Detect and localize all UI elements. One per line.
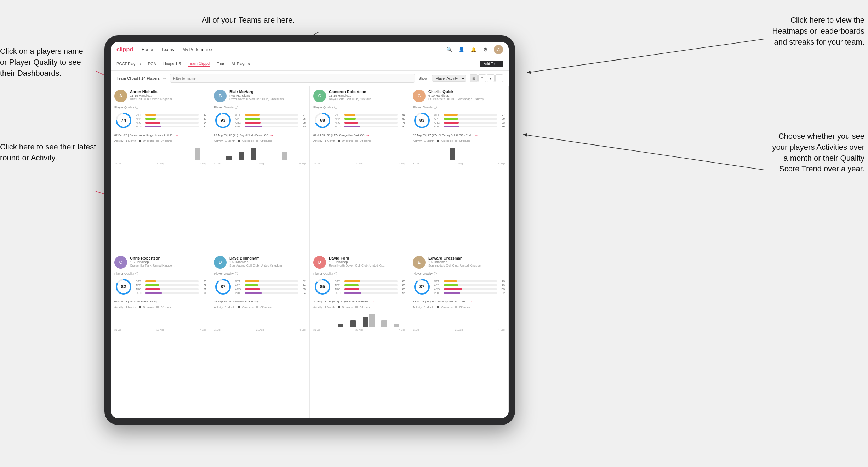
bar-segment	[369, 160, 374, 160]
last-round[interactable]: 02 Jul 23 | 59 (+17), Craigmillar Park G…	[313, 133, 405, 137]
bar-segment	[394, 160, 399, 160]
player-avatar: D	[214, 256, 227, 269]
last-round[interactable]: 18 Jul 23 | 74 (+4), Sunningdale GC - Ol…	[413, 300, 505, 303]
svg-text:68: 68	[320, 118, 325, 123]
app-bar-row: APP 63	[335, 117, 405, 120]
app-value: 80	[399, 284, 405, 287]
bar-segment	[413, 160, 418, 160]
add-team-button[interactable]: Add Team	[480, 61, 503, 67]
ott-track	[145, 114, 199, 116]
edit-icon[interactable]: ✏	[163, 76, 166, 81]
tab-hcaps[interactable]: Hcaps 1-5	[163, 62, 181, 67]
tab-tour[interactable]: Tour	[217, 62, 224, 67]
last-round[interactable]: 04 Sep 23 | Mobility with coach, Gym →	[214, 300, 306, 303]
nav-my-performance[interactable]: My Performance	[182, 47, 213, 52]
bar-segment	[450, 326, 455, 327]
putt-label: PUTT	[434, 291, 442, 295]
player-card[interactable]: C Chris Robertson 1-5 Handicap Craigmill…	[111, 252, 210, 419]
bell-icon[interactable]: 🔔	[470, 46, 477, 53]
filter-button[interactable]: ▼	[487, 74, 495, 82]
player-name[interactable]: Aaron Nicholls	[130, 90, 206, 94]
tab-pgat[interactable]: PGAT Players	[116, 62, 141, 67]
app-value: 85	[299, 117, 306, 120]
last-round[interactable]: 26 Aug 23 | 84 (+12), Royal North Devon …	[313, 300, 405, 303]
chart-date-end: 4 Sep	[498, 329, 505, 331]
quality-circle[interactable]: 83	[413, 111, 431, 131]
chart-date-start: 31 Jul	[214, 329, 221, 331]
putt-track	[145, 126, 199, 127]
quality-svg: 87	[214, 278, 232, 296]
player-card[interactable]: B Blair McHarg Plus Handicap Royal North…	[210, 86, 310, 252]
player-name[interactable]: David Ford	[329, 256, 405, 260]
last-round[interactable]: 26 Aug 23 | 73 (+1), Royal North Devon G…	[214, 133, 306, 137]
last-round[interactable]: 02 Sep 23 | Sunset round to get back int…	[114, 133, 206, 137]
activity-section: Activity · 1 Month On course Off course …	[114, 306, 206, 331]
bar-segment	[499, 326, 505, 327]
quality-circle[interactable]: 74	[114, 111, 133, 131]
bar-segment	[326, 326, 331, 327]
putt-track	[245, 126, 298, 127]
player-handicap: 11-15 Handicap	[130, 94, 206, 97]
grid-view-button[interactable]: ⊞	[470, 74, 478, 82]
activity-header: Activity · 1 Month On course Off course	[114, 139, 206, 142]
arg-fill	[245, 122, 261, 124]
player-name[interactable]: Chris Robertson	[130, 256, 206, 260]
app-bar-row: APP 85	[235, 117, 306, 120]
quality-circle[interactable]: 93	[214, 111, 232, 131]
player-card[interactable]: C Cameron Robertson 11-15 Handicap Royal…	[310, 86, 409, 252]
person-icon[interactable]: 👤	[458, 46, 465, 53]
bar-segment	[226, 156, 232, 160]
player-club: Royal Perth Golf Club, Australia	[329, 97, 405, 101]
putt-bar-row: PUTT 85	[335, 125, 405, 128]
tab-all-players[interactable]: All Players	[232, 62, 250, 67]
quality-circle[interactable]: 82	[114, 278, 133, 297]
chart-date-start: 31 Jul	[313, 329, 320, 331]
player-name[interactable]: Dave Billingham	[229, 256, 306, 260]
player-name[interactable]: Charlie Quick	[428, 90, 505, 94]
activity-title: Activity · 1 Month	[214, 139, 235, 142]
sort-button[interactable]: ↕	[495, 74, 503, 82]
chart-date-start: 31 Jul	[114, 329, 121, 331]
player-name[interactable]: Cameron Robertson	[329, 90, 405, 94]
ott-label: OTT	[434, 280, 442, 283]
player-avatar: B	[214, 90, 227, 102]
tab-pga[interactable]: PGA	[148, 62, 156, 67]
quality-circle[interactable]: 87	[214, 278, 232, 297]
on-course-label: On course	[242, 139, 254, 142]
putt-label: PUTT	[235, 125, 244, 128]
tab-team-clippd[interactable]: Team Clippd	[188, 61, 210, 67]
bar-segment	[456, 160, 461, 160]
bar-segment	[288, 160, 293, 160]
bar-segment	[444, 160, 449, 160]
player-name[interactable]: Blair McHarg	[229, 90, 306, 94]
search-input[interactable]	[170, 74, 415, 83]
quality-label: Player Quality ⓘ	[313, 272, 405, 276]
quality-row: 85 OTT 89 APP	[313, 278, 405, 297]
putt-value: 92	[498, 291, 505, 295]
last-round[interactable]: 03 Mar 23 | 19, Must make putting →	[114, 300, 206, 303]
quality-circle[interactable]: 85	[313, 278, 332, 297]
quality-circle[interactable]: 68	[313, 111, 332, 131]
player-card[interactable]: D David Ford 1-5 Handicap Royal North De…	[310, 252, 409, 419]
settings-icon[interactable]: ⚙	[482, 46, 489, 53]
quality-circle[interactable]: 87	[413, 278, 431, 297]
player-card[interactable]: E Edward Crossman 1-5 Handicap Sunningda…	[409, 252, 509, 419]
player-name[interactable]: Edward Crossman	[428, 256, 505, 260]
player-card[interactable]: A Aaron Nicholls 11-15 Handicap Drift Go…	[111, 86, 210, 252]
bar-segment	[276, 160, 281, 160]
arg-bar-row: ARG 83	[335, 287, 405, 291]
bar-segment	[201, 160, 206, 160]
player-card[interactable]: D Dave Billingham 1-5 Handicap Sag Magin…	[210, 252, 310, 419]
putt-value: 91	[200, 291, 206, 295]
nav-teams[interactable]: Teams	[161, 47, 174, 52]
last-round[interactable]: 07 Aug 23 | 77 (+7), St George's Hill GC…	[413, 133, 505, 137]
annotation-heatmaps: Click here to view the Heatmaps or leade…	[772, 15, 864, 47]
nav-home[interactable]: Home	[142, 47, 153, 52]
player-card[interactable]: C Charlie Quick 6-10 Handicap St. George…	[409, 86, 509, 252]
search-icon[interactable]: 🔍	[446, 46, 453, 53]
ott-track	[444, 114, 497, 116]
avatar[interactable]: A	[494, 45, 503, 54]
show-select[interactable]: Player Activity	[432, 75, 466, 82]
dots-view-button[interactable]: ⠿	[478, 74, 486, 82]
on-course-label: On course	[143, 306, 154, 308]
